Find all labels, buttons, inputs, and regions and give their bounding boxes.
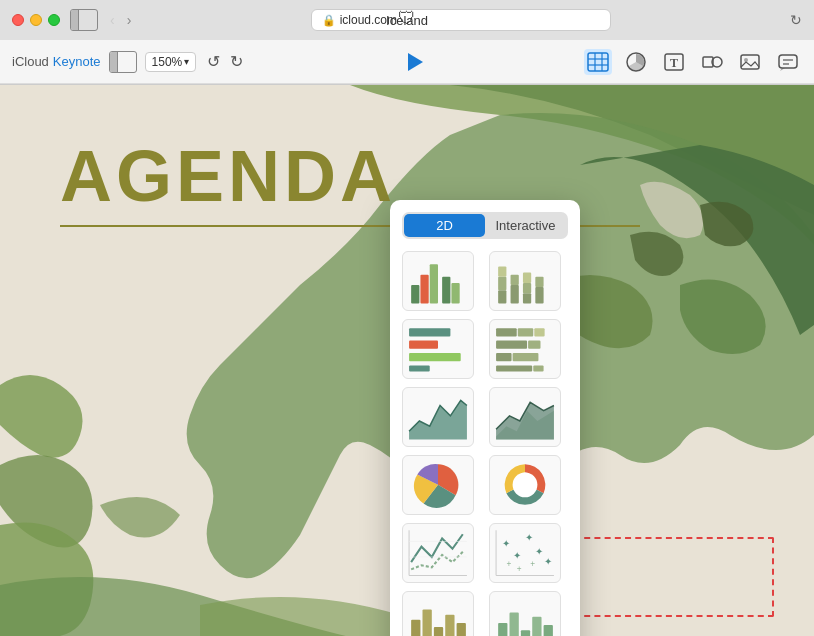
svg-rect-63 (445, 615, 454, 636)
play-button[interactable] (408, 53, 423, 71)
toolbar-right: T (584, 49, 802, 75)
svg-rect-41 (513, 353, 539, 361)
toolbar-center (246, 53, 584, 71)
svg-text:✦: ✦ (544, 557, 552, 568)
back-button[interactable]: ‹ (106, 10, 119, 30)
app-toolbar: iCloud Keynote 150% ▾ ↺ ↻ (0, 40, 814, 84)
chart-item-column-muted[interactable] (402, 591, 474, 636)
chart-item-line[interactable] (402, 523, 474, 583)
comment-icon (777, 52, 799, 72)
svg-rect-21 (498, 291, 506, 304)
svg-text:✦: ✦ (535, 546, 543, 557)
keynote-label[interactable]: Keynote (53, 54, 101, 69)
icloud-label: iCloud (12, 54, 49, 69)
svg-text:✦: ✦ (502, 538, 510, 549)
svg-text:T: T (670, 56, 678, 70)
redo-button[interactable]: ↻ (227, 49, 246, 74)
svg-rect-37 (534, 329, 544, 337)
chart-grid: ✦ ✦ ✦ ✦ ✦ + + + (402, 251, 568, 636)
chart-item-donut[interactable] (489, 455, 561, 515)
svg-rect-25 (511, 275, 519, 285)
svg-point-45 (513, 473, 538, 498)
svg-rect-36 (518, 329, 533, 337)
chart-item-area-2[interactable] (489, 387, 561, 447)
chart-item-area[interactable] (402, 387, 474, 447)
svg-rect-16 (411, 285, 419, 304)
horizontal-bar-color-icon (407, 322, 469, 374)
svg-rect-28 (523, 273, 531, 283)
undo-button[interactable]: ↺ (204, 49, 223, 74)
svg-rect-20 (451, 283, 459, 304)
svg-rect-39 (528, 341, 540, 349)
scatter-chart-icon: ✦ ✦ ✦ ✦ ✦ + + + (494, 526, 556, 578)
nav-buttons: ‹ › (106, 10, 135, 30)
address-bar[interactable]: 🔒 icloud.com (311, 9, 611, 31)
chart-item-scatter[interactable]: ✦ ✦ ✦ ✦ ✦ + + + (489, 523, 561, 583)
svg-rect-24 (511, 285, 519, 304)
svg-text:✦: ✦ (513, 550, 521, 561)
tab-interactive[interactable]: Interactive (485, 214, 566, 237)
svg-rect-62 (434, 627, 443, 636)
chart-item-stacked-bar[interactable] (489, 251, 561, 311)
text-button[interactable]: T (660, 49, 688, 75)
svg-rect-30 (535, 277, 543, 287)
svg-rect-23 (498, 267, 506, 277)
svg-text:+: + (517, 566, 522, 575)
column-teal-icon (494, 594, 556, 636)
app-brand: iCloud Keynote (12, 54, 101, 69)
svg-rect-0 (588, 53, 608, 71)
chart-item-grouped-bar[interactable] (402, 251, 474, 311)
svg-rect-19 (442, 277, 450, 304)
minimize-button[interactable] (30, 14, 42, 26)
donut-chart-icon (494, 458, 556, 510)
svg-rect-60 (411, 620, 420, 636)
toolbar-left: iCloud Keynote 150% ▾ ↺ ↻ (12, 49, 246, 74)
svg-text:+: + (530, 561, 535, 570)
media-button[interactable] (736, 49, 764, 75)
chart-item-horizontal-bar-stacked[interactable] (489, 319, 561, 379)
svg-rect-29 (535, 287, 543, 304)
chart-item-column-teal[interactable] (489, 591, 561, 636)
chart-item-pie[interactable] (402, 455, 474, 515)
undo-redo-group: ↺ ↻ (204, 49, 246, 74)
title-bar: ‹ › 🛡 🔒 icloud.com ↻ Iceland (0, 0, 814, 40)
area-chart-icon (407, 390, 469, 442)
forward-button[interactable]: › (123, 10, 136, 30)
comment-button[interactable] (774, 49, 802, 75)
media-icon (739, 52, 761, 72)
svg-rect-12 (779, 55, 797, 68)
zoom-control[interactable]: 150% ▾ (145, 52, 197, 72)
sidebar-toggle[interactable] (70, 9, 98, 31)
maximize-button[interactable] (48, 14, 60, 26)
column-muted-icon (407, 594, 469, 636)
tab-2d[interactable]: 2D (404, 214, 485, 237)
chart-type-tabs: 2D Interactive (402, 212, 568, 239)
svg-rect-27 (523, 283, 531, 293)
chart-item-horizontal-bar-color[interactable] (402, 319, 474, 379)
slide-area: AGENDA 2D Interactive (0, 85, 814, 636)
shape-button[interactable] (698, 49, 726, 75)
svg-text:✦: ✦ (525, 533, 533, 544)
svg-text:+: + (506, 561, 511, 570)
slide-panel-toggle[interactable] (109, 51, 137, 73)
sidebar-icon[interactable] (70, 9, 98, 31)
window-title: Iceland (386, 0, 428, 40)
text-icon: T (663, 52, 685, 72)
svg-rect-61 (423, 610, 432, 636)
svg-rect-43 (533, 366, 543, 372)
close-button[interactable] (12, 14, 24, 26)
stacked-bar-icon (494, 254, 556, 306)
address-bar-container: 🔒 icloud.com (155, 9, 766, 31)
svg-rect-35 (496, 329, 517, 337)
svg-rect-38 (496, 341, 527, 349)
shape-icon (701, 52, 723, 72)
table-button[interactable] (584, 49, 612, 75)
zoom-level: 150% (152, 55, 183, 69)
svg-rect-26 (523, 294, 531, 304)
slide-title: AGENDA (60, 135, 396, 217)
svg-rect-22 (498, 277, 506, 290)
browser-chrome: ‹ › 🛡 🔒 icloud.com ↻ Iceland iCloud Keyn… (0, 0, 814, 85)
refresh-button[interactable]: ↻ (790, 12, 802, 28)
chart-button[interactable] (622, 49, 650, 75)
chart-picker-popup: 2D Interactive (390, 200, 580, 636)
